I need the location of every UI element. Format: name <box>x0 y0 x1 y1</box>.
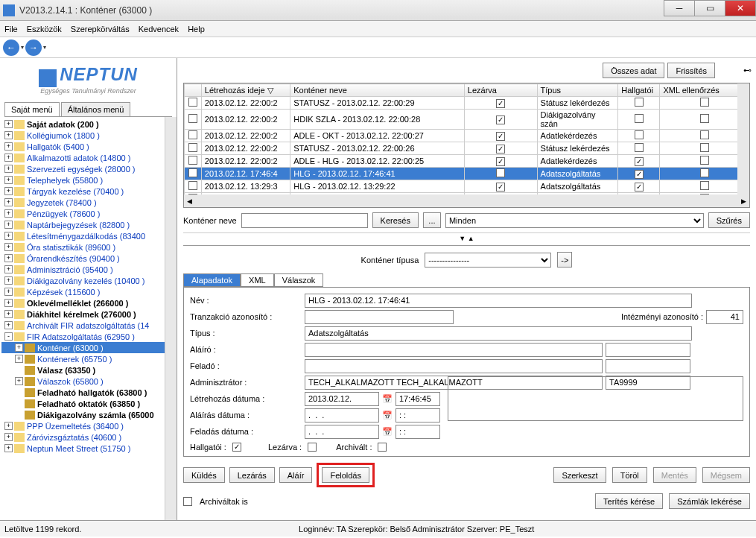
notes-area[interactable] <box>448 376 743 421</box>
archived-checkbox[interactable] <box>378 443 387 452</box>
grid-scrollbar-vertical[interactable] <box>737 83 749 194</box>
transaction-field[interactable] <box>305 310 454 324</box>
expand-icon[interactable]: + <box>4 288 13 296</box>
send-button[interactable]: Küldés <box>183 467 225 483</box>
tree-item[interactable]: +Jegyzetek (78400 ) <box>1 197 175 208</box>
nav-back-button[interactable]: ← <box>3 39 19 56</box>
archived-too-checkbox[interactable] <box>183 497 192 506</box>
tree-item[interactable]: +Szervezeti egységek (28000 ) <box>1 163 175 174</box>
close-button[interactable]: ✕ <box>725 0 756 16</box>
request-invoice-button[interactable]: Számlák lekérése <box>669 493 750 509</box>
checkbox[interactable]: ✓ <box>496 145 505 154</box>
search-more-button[interactable]: ... <box>423 212 441 228</box>
tree-item[interactable]: +Diákigazolvány kezelés (10400 ) <box>1 275 175 286</box>
filter-scope-select[interactable]: Minden <box>445 213 704 228</box>
checkbox[interactable]: ✓ <box>496 132 505 141</box>
expand-icon[interactable]: + <box>4 131 13 139</box>
all-data-button[interactable]: Összes adat <box>603 63 664 78</box>
tree-item[interactable]: +Órarendkészítés (90400 ) <box>1 253 175 264</box>
maximize-button[interactable]: ▭ <box>694 0 725 16</box>
tree-item[interactable]: +Telephelyek (55800 ) <box>1 174 175 186</box>
expand-icon[interactable]: + <box>4 120 13 128</box>
checkbox[interactable] <box>700 98 709 107</box>
grid-row[interactable]: 2013.02.12. 22:00:2STATUSZ - 2013.02.12.… <box>185 142 749 155</box>
tree-item[interactable]: +Naptárbejegyzések (82800 ) <box>1 219 175 230</box>
institution-field[interactable] <box>706 310 743 324</box>
tab-xml[interactable]: XML <box>241 273 274 287</box>
minimize-button[interactable]: ─ <box>664 0 695 16</box>
expand-icon[interactable]: + <box>4 254 13 262</box>
tree-item[interactable]: +Neptun Meet Street (51750 ) <box>1 443 175 454</box>
checkbox[interactable] <box>700 114 709 123</box>
tree-scrollbar[interactable] <box>165 117 177 520</box>
delete-button[interactable]: Töröl <box>612 467 647 483</box>
tab-own-menu[interactable]: Saját menü <box>4 102 60 116</box>
calendar-icon[interactable]: 📅 <box>382 411 393 420</box>
expand-icon[interactable]: + <box>4 142 13 151</box>
expand-icon[interactable]: + <box>4 299 13 307</box>
createtime-field[interactable] <box>396 392 440 406</box>
sender-code-field[interactable] <box>606 359 690 373</box>
search-input[interactable] <box>241 213 368 228</box>
grid-row[interactable]: 2013.02.12. 22:00:2ADLE - HLG - 2013.02.… <box>185 155 749 168</box>
expand-icon[interactable]: + <box>4 165 13 173</box>
grid-header-checkbox[interactable] <box>185 84 202 97</box>
expand-icon[interactable]: + <box>4 243 13 251</box>
expand-icon[interactable]: + <box>4 209 13 218</box>
signer-field[interactable] <box>305 343 603 357</box>
grid-row[interactable]: 2013.02.12. 22:00:2ADLE - OKT - 2013.02.… <box>185 130 749 142</box>
checkbox[interactable] <box>188 168 197 177</box>
expand-icon[interactable]: + <box>15 355 23 363</box>
checkbox[interactable]: ✓ <box>496 115 505 124</box>
name-field[interactable] <box>305 294 692 308</box>
tree-item[interactable]: +Záróvizsgáztatás (40600 ) <box>1 431 175 443</box>
menu-help[interactable]: Help <box>188 25 205 34</box>
tab-basedata[interactable]: Alapadatok <box>183 273 241 287</box>
grid-header-created[interactable]: Létrehozás ideje ▽ <box>201 84 290 97</box>
sign-button[interactable]: Aláír <box>279 467 313 483</box>
expand-collapse-control[interactable]: ▼ ▲ <box>183 232 750 244</box>
pin-icon[interactable]: ⊷ <box>743 66 752 75</box>
grid-row[interactable]: 2013.02.12. 22:00:2HDIK SZLA - 2013.02.1… <box>185 110 749 130</box>
menu-tools[interactable]: Eszközök <box>27 25 62 34</box>
tree-item[interactable]: +Konténer (63000 ) <box>1 342 175 353</box>
tree-item[interactable]: Feladható oktatók (63850 ) <box>1 398 175 409</box>
tree-item[interactable]: +Válaszok (65800 ) <box>1 376 175 387</box>
checkbox[interactable] <box>188 143 197 152</box>
expand-icon[interactable]: + <box>4 321 13 329</box>
expand-icon[interactable]: + <box>4 187 13 195</box>
checkbox[interactable]: ✓ <box>496 183 505 192</box>
edit-button[interactable]: Szerkeszt <box>553 467 606 483</box>
tree-item[interactable]: +Oklevélmelléklet (266000 ) <box>1 297 175 308</box>
close-container-button[interactable]: Lezárás <box>229 467 275 483</box>
calendar-icon[interactable]: 📅 <box>382 394 393 404</box>
menu-roles[interactable]: Szerepkörváltás <box>71 25 130 34</box>
navigation-tree[interactable]: +Saját adatok (200 )+Kollégiumok (1800 )… <box>0 117 177 520</box>
nav-back-dropdown[interactable]: ▾ <box>21 44 24 51</box>
filter-button[interactable]: Szűrés <box>708 212 750 228</box>
checkbox[interactable] <box>700 130 709 139</box>
container-type-go-button[interactable]: -> <box>557 252 572 268</box>
request-spread-button[interactable]: Terítés kérése <box>595 493 663 509</box>
grid-header-student[interactable]: Hallgatói <box>618 84 660 97</box>
tree-item[interactable]: +Óra statisztikák (89600 ) <box>1 241 175 253</box>
expand-icon[interactable]: + <box>15 344 23 352</box>
student-checkbox[interactable]: ✓ <box>232 443 241 452</box>
tree-item[interactable]: +Létesítménygazdálkodás (83400 <box>1 230 175 241</box>
expand-icon[interactable]: + <box>4 265 13 273</box>
checkbox[interactable]: ✓ <box>635 170 644 179</box>
checkbox[interactable] <box>635 143 644 152</box>
expand-icon[interactable]: + <box>4 310 13 318</box>
tab-general-menu[interactable]: Általános menü <box>61 102 131 116</box>
tree-item[interactable]: Feladható hallgatók (63800 ) <box>1 387 175 398</box>
sendtime-field[interactable] <box>396 425 440 439</box>
checkbox[interactable] <box>188 156 197 165</box>
tree-item[interactable]: +Diákhitel kérelmek (276000 ) <box>1 308 175 320</box>
checkbox[interactable]: ✓ <box>496 157 505 166</box>
menu-favorites[interactable]: Kedvencek <box>139 25 179 34</box>
refresh-button[interactable]: Frissítés <box>667 63 715 78</box>
tree-item[interactable]: -FIR Adatszolgáltatás (62950 ) <box>1 331 175 342</box>
grid-header-locked[interactable]: Lezárva <box>464 84 537 97</box>
checkbox[interactable]: ✓ <box>635 157 644 166</box>
grid-header-xml[interactable]: XML ellenőrzés <box>660 84 749 97</box>
